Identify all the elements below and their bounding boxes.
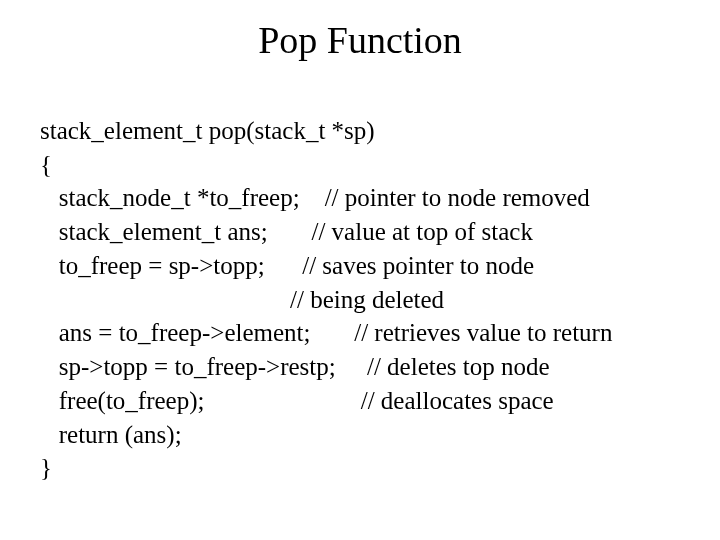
code-line: to_freep = sp->topp; // saves pointer to…	[40, 252, 534, 279]
code-line: free(to_freep); // deallocates space	[40, 387, 554, 414]
code-line: stack_element_t pop(stack_t *sp)	[40, 117, 375, 144]
code-line: sp->topp = to_freep->restp; // deletes t…	[40, 353, 550, 380]
slide: Pop Function stack_element_t pop(stack_t…	[0, 0, 720, 540]
code-line: {	[40, 151, 52, 178]
slide-title: Pop Function	[40, 18, 680, 62]
code-line: // being deleted	[40, 286, 444, 313]
code-line: return (ans);	[40, 421, 182, 448]
code-line: stack_element_t ans; // value at top of …	[40, 218, 533, 245]
code-line: }	[40, 454, 52, 481]
code-line: ans = to_freep->element; // retrieves va…	[40, 319, 612, 346]
code-block: stack_element_t pop(stack_t *sp) { stack…	[40, 80, 680, 485]
code-line: stack_node_t *to_freep; // pointer to no…	[40, 184, 590, 211]
